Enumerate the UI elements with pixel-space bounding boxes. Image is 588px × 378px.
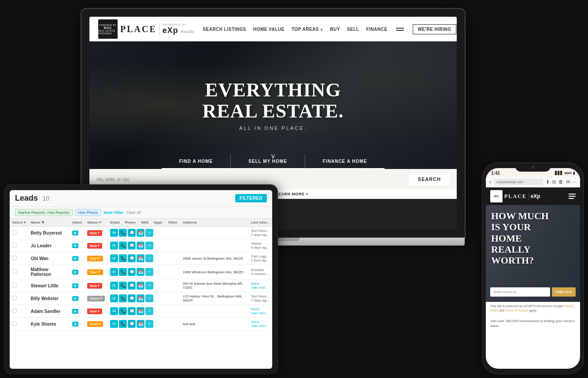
email-icon[interactable]: ✉ <box>110 282 118 290</box>
nav-top-areas[interactable]: TOP AREAS <box>292 27 323 32</box>
phone-join-text: Join over 300,000 homeowners in finding … <box>486 315 580 332</box>
nav-finance[interactable]: FINANCE <box>366 27 387 32</box>
email-icon[interactable]: ✉ <box>110 242 118 250</box>
phone-icon[interactable]: 📞 <box>119 268 127 276</box>
wifi-icon: WiFi <box>564 171 572 175</box>
add-action-icon[interactable]: + <box>145 268 153 276</box>
appt-icon[interactable]: 📅 <box>137 282 144 290</box>
phone-icon[interactable]: 📞 <box>119 320 127 328</box>
search-button[interactable]: SEARCH <box>409 173 450 185</box>
upload-icon[interactable]: ⬆ <box>546 179 550 185</box>
compose-icon[interactable]: ✉ <box>566 179 570 185</box>
trash-icon[interactable]: 🗑 <box>558 179 563 184</box>
add-action-icon[interactable]: + <box>145 307 153 315</box>
more-icon[interactable]: ··· <box>573 179 577 184</box>
nav-search-listings[interactable]: SEARCH LISTINGS <box>203 27 246 32</box>
sms-icon[interactable]: 💬 <box>128 229 136 237</box>
phone-icon[interactable]: 📞 <box>119 307 127 315</box>
row-checkbox[interactable] <box>12 296 17 300</box>
add-action-icon[interactable]: + <box>145 254 153 262</box>
lead-last-interaction: Texted 9 days ag... <box>248 239 272 252</box>
leads-filter-row: Market Reports: Has Reports Has Phone Sa… <box>10 207 272 219</box>
sms-icon[interactable]: 💬 <box>128 320 136 328</box>
nav-buy[interactable]: BUY <box>330 27 340 32</box>
phone-url-bar[interactable]: rocplaceexp.com <box>494 179 543 185</box>
lead-name: Stewart Little <box>28 279 70 292</box>
tablet-screen: Leads 10 FILTERED Market Reports: Has Re… <box>10 190 272 369</box>
appt-icon[interactable]: 📅 <box>137 320 144 328</box>
row-checkbox[interactable] <box>12 230 17 235</box>
nav-home-value[interactable]: HOME VALUE <box>253 27 285 32</box>
phone-place-text: PLACE <box>504 193 527 200</box>
add-action-icon[interactable]: + <box>145 320 153 328</box>
phone-screen: 1:41 ▋▋▋ WiFi ▮ ‹ rocplaceexp.com ⬆ ⧉ 🗑 … <box>486 168 580 369</box>
email-icon[interactable]: ✉ <box>110 294 118 302</box>
nav-hamburger-icon[interactable] <box>394 26 406 33</box>
add-action-icon[interactable]: + <box>145 282 153 290</box>
email-icon[interactable]: ✉ <box>110 254 118 262</box>
save-filter-button[interactable]: Save Filter <box>104 210 124 215</box>
hero-tab-find[interactable]: FIND A HOME <box>162 154 230 169</box>
lead-status: New ▾ <box>85 239 107 252</box>
email-icon[interactable]: ✉ <box>110 320 118 328</box>
recaptcha-text: This site is protected by reCAPTCHA and … <box>490 305 564 308</box>
promo-link[interactable]: LEARN MORE > <box>276 192 308 196</box>
sms-icon[interactable]: 💬 <box>128 242 136 250</box>
email-icon[interactable]: ✉ <box>110 268 118 276</box>
copy-icon[interactable]: ⧉ <box>552 179 556 185</box>
add-action-icon[interactable]: + <box>145 229 153 237</box>
phone-logo: ROC PLACE eXp <box>490 190 540 202</box>
phone-icon[interactable]: 📞 <box>119 254 127 262</box>
phone-icon[interactable]: 📞 <box>119 242 127 250</box>
row-checkbox[interactable] <box>12 243 17 247</box>
phone-browser-bar: ‹ rocplaceexp.com ⬆ ⧉ 🗑 ✉ ··· <box>486 176 580 187</box>
row-checkbox[interactable] <box>12 308 17 313</box>
hero-tab-finance[interactable]: FINANCE A HOME <box>305 154 385 169</box>
lead-address: N/A N/A <box>180 318 248 330</box>
email-icon[interactable]: ✉ <box>110 229 118 237</box>
lead-address: 1906 Whatcom Bellingham WA, 98225 <box>180 265 248 279</box>
phone-hamburger-icon[interactable] <box>569 194 576 199</box>
nav-sell[interactable]: SELL <box>347 27 359 32</box>
row-checkbox[interactable] <box>12 256 17 260</box>
appt-icon[interactable]: 📅 <box>137 268 144 276</box>
lead-actions: ✉ 📞 💬 📅 + <box>107 318 180 330</box>
hero-tab-sell[interactable]: SELL MY HOME <box>230 154 305 169</box>
lead-address: 2608 James St Bellingham WA, 98225 <box>180 252 248 265</box>
email-icon[interactable]: ✉ <box>110 307 118 315</box>
table-row: Jo LeaderBNew ▾ ✉ 📞 💬 📅 + Texted 9 days … <box>10 239 272 252</box>
hero-title-line1: EVERYTHING <box>203 80 344 101</box>
lead-intent: B <box>70 279 85 292</box>
phone-navbar: ROC PLACE eXp <box>486 187 580 205</box>
hiring-button[interactable]: WE'RE HIRING <box>413 24 456 34</box>
col-status: Status ▾ <box>85 219 107 227</box>
add-action-icon[interactable]: + <box>145 242 153 250</box>
filter-tag-reports[interactable]: Market Reports: Has Reports <box>15 209 73 216</box>
col-intent: Intent <box>70 219 85 227</box>
row-checkbox[interactable] <box>12 283 17 287</box>
add-action-icon[interactable]: + <box>145 294 153 302</box>
sms-icon[interactable]: 💬 <box>128 307 136 315</box>
browser-back-button[interactable]: ‹ <box>489 178 492 185</box>
phone-address-input[interactable]: Enter Home A... <box>490 287 550 297</box>
appt-icon[interactable]: 📅 <box>137 229 144 237</box>
clear-all-button[interactable]: Clear all <box>126 210 141 215</box>
sms-icon[interactable]: 💬 <box>128 254 136 262</box>
phone-findout-button[interactable]: FIND OUT <box>552 287 576 297</box>
sms-icon[interactable]: 💬 <box>128 282 136 290</box>
appt-icon[interactable]: 📅 <box>137 307 144 315</box>
sms-icon[interactable]: 💬 <box>128 268 136 276</box>
lead-intent: B <box>70 227 85 239</box>
phone-icon[interactable]: 📞 <box>119 229 127 237</box>
appt-icon[interactable]: 📅 <box>137 294 144 302</box>
terms-of-service-link[interactable]: Terms of Service <box>505 309 528 312</box>
filter-tag-phone[interactable]: Has Phone <box>75 209 101 216</box>
row-checkbox[interactable] <box>12 321 17 326</box>
sms-icon[interactable]: 💬 <box>128 294 136 302</box>
appt-icon[interactable]: 📅 <box>137 242 144 250</box>
appt-icon[interactable]: 📅 <box>137 254 144 262</box>
phone-icon[interactable]: 📞 <box>119 282 127 290</box>
phone-icon[interactable]: 📞 <box>119 294 127 302</box>
leads-count: 10 <box>42 195 49 202</box>
row-checkbox[interactable] <box>12 269 17 274</box>
